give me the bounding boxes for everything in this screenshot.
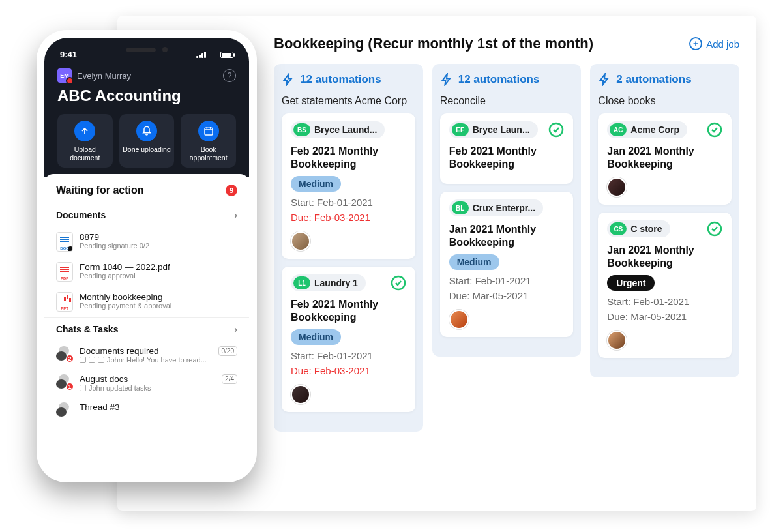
start-date: Start: Feb-01-2021 [449, 274, 565, 289]
job-card[interactable]: CS C store Jan 2021 Monthly Bookkeeping … [598, 213, 732, 358]
bell-icon [136, 121, 157, 141]
chat-row[interactable]: 2 Documents required John: Hello! You ha… [56, 341, 237, 369]
due-date: Due: Feb-03-2021 [291, 364, 406, 379]
client-chip[interactable]: EF Bryce Laun... [449, 121, 538, 138]
chat-row[interactable]: Thread #3 [56, 397, 237, 423]
chevron-right-icon: › [234, 324, 237, 334]
job-card[interactable]: L1 Laundry 1 Feb 2021 Monthly Bookkeepin… [282, 267, 415, 412]
check-icon [707, 221, 722, 237]
phone-mockup: 9:41 EM Evelyn Murray ? ABC Accounting [37, 30, 257, 482]
card-title: Feb 2021 Monthly Bookkeeping [449, 145, 565, 171]
documents-section-header[interactable]: Documents › [44, 203, 249, 227]
card-title: Jan 2021 Monthly Bookkeeping [607, 145, 722, 171]
card-title: Jan 2021 Monthly Bookkeeping [449, 223, 565, 249]
pdf-file-icon [56, 262, 73, 282]
user-avatar-badge[interactable]: EM [57, 68, 72, 83]
start-date: Start: Feb-01-2021 [291, 196, 406, 211]
wifi-icon [209, 52, 218, 58]
priority-pill: Urgent [607, 275, 655, 291]
plus-icon: + [689, 37, 702, 50]
job-card[interactable]: AC Acme Corp Jan 2021 Monthly Bookkeepin… [598, 113, 732, 205]
document-row[interactable]: Monthly bookkeeping Pending payment & ap… [56, 287, 237, 317]
due-date: Due: Feb-03-2021 [291, 211, 406, 226]
unread-badge: 1 [65, 382, 74, 391]
assignee-avatar[interactable] [449, 310, 469, 329]
unread-badge: 2 [65, 354, 74, 363]
bolt-icon [598, 73, 611, 86]
bolt-icon [440, 73, 453, 86]
done-uploading-button[interactable]: Done uploading [119, 114, 175, 168]
card-title: Feb 2021 Monthly Bookkeeping [291, 298, 406, 324]
chats-section-header[interactable]: Chats & Tasks › [44, 317, 249, 341]
status-indicators [196, 50, 233, 59]
check-icon [391, 275, 406, 291]
task-count: 0/20 [218, 346, 237, 356]
chat-icon: 2 [56, 346, 73, 362]
card-title: Feb 2021 Monthly Bookkeeping [291, 145, 406, 171]
svg-rect-4 [205, 128, 213, 135]
column-title: Reconcile [440, 95, 574, 107]
priority-pill: Medium [449, 254, 499, 270]
client-chip[interactable]: BS Bryce Laund... [291, 121, 385, 138]
column-get-statements: 12 automations Get statements Acme Corp … [274, 64, 423, 432]
check-icon [707, 122, 722, 138]
chat-icon: 1 [56, 374, 73, 390]
chevron-right-icon: › [234, 210, 237, 220]
ppt-file-icon [56, 292, 73, 312]
assignee-avatar[interactable] [291, 231, 310, 251]
priority-pill: Medium [291, 176, 341, 192]
document-row[interactable]: 8879 Pending signature 0/2 [56, 227, 237, 257]
job-card[interactable]: BS Bryce Laund... Feb 2021 Monthly Bookk… [282, 113, 415, 259]
job-card[interactable]: BL Crux Enterpr... Jan 2021 Monthly Book… [440, 192, 574, 337]
video-icon [98, 357, 104, 363]
list-icon [80, 385, 86, 391]
waiting-count-badge: 9 [226, 185, 237, 196]
start-date: Start: Feb-01-2021 [291, 349, 406, 364]
image-icon [80, 357, 86, 363]
battery-icon [220, 52, 233, 58]
user-name: Evelyn Murray [77, 71, 131, 81]
upload-icon [74, 121, 95, 141]
automations-link[interactable]: 12 automations [440, 73, 574, 86]
firm-name: ABC Accounting [57, 87, 236, 105]
kanban-columns: 12 automations Get statements Acme Corp … [274, 64, 739, 432]
due-date: Due: Mar-05-2021 [449, 289, 565, 304]
client-chip[interactable]: CS C store [607, 220, 670, 237]
status-time: 9:41 [60, 50, 77, 59]
job-card[interactable]: EF Bryce Laun... Feb 2021 Monthly Bookke… [440, 113, 574, 184]
column-title: Get statements Acme Corp [282, 95, 415, 107]
assignee-avatar[interactable] [607, 177, 627, 197]
calendar-icon [198, 121, 219, 141]
client-chip[interactable]: AC Acme Corp [607, 121, 687, 138]
bolt-icon [282, 73, 295, 86]
start-date: Start: Feb-01-2021 [607, 295, 722, 310]
help-icon[interactable]: ? [223, 69, 236, 82]
column-close-books: 2 automations Close books AC Acme Corp J… [590, 64, 739, 377]
attachment-icon [89, 357, 95, 363]
phone-notch [113, 43, 181, 56]
column-reconcile: 12 automations Reconcile EF Bryce Laun..… [432, 64, 582, 357]
lock-icon [67, 245, 73, 252]
client-chip[interactable]: L1 Laundry 1 [291, 274, 366, 291]
automations-link[interactable]: 2 automations [598, 73, 732, 86]
chat-row[interactable]: 1 August docs John updated tasks 2/4 [56, 369, 237, 397]
waiting-for-action-label: Waiting for action [56, 185, 144, 196]
column-title: Close books [598, 95, 732, 107]
add-job-label: Add job [706, 38, 739, 50]
check-icon [548, 122, 564, 138]
assignee-avatar[interactable] [291, 385, 310, 404]
document-row[interactable]: Form 1040 — 2022.pdf Pending approval [56, 257, 237, 287]
page-title: Bookkeeping (Recur monthly 1st of the mo… [274, 35, 593, 52]
automations-link[interactable]: 12 automations [282, 73, 415, 86]
client-chip[interactable]: BL Crux Enterpr... [449, 200, 543, 216]
assignee-avatar[interactable] [607, 331, 627, 350]
task-count: 2/4 [222, 374, 237, 384]
add-job-button[interactable]: + Add job [689, 37, 739, 50]
priority-pill: Medium [291, 329, 341, 345]
book-appointment-button[interactable]: Book appointment [181, 114, 236, 168]
doc-file-icon [56, 232, 73, 252]
upload-document-button[interactable]: Upload document [57, 114, 113, 168]
card-title: Jan 2021 Monthly Bookkeeping [607, 244, 722, 270]
chat-icon [56, 402, 73, 418]
signal-icon [196, 52, 206, 58]
